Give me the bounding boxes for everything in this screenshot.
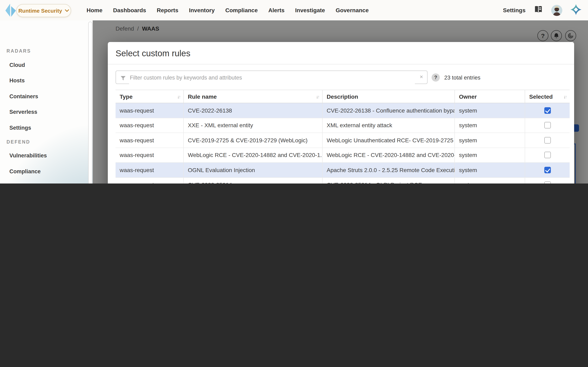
filter-funnel-icon — [121, 75, 126, 82]
sidebar-item: RADARS — [4, 45, 89, 57]
rule-selected-cell — [525, 118, 570, 133]
rule-owner-cell: system — [455, 118, 525, 133]
rule-owner-cell: system — [455, 103, 525, 118]
custom-rule-row[interactable]: waas-request CVE-2022-35914 CVE-2022-359… — [116, 178, 570, 184]
rule-owner-cell: system — [455, 178, 525, 184]
nav-item-settings[interactable]: Settings — [503, 7, 526, 13]
rule-name-cell: WebLogic RCE - CVE-2020-14882 and CVE-20… — [184, 148, 323, 162]
custom-rule-row[interactable]: waas-request WebLogic RCE - CVE-2020-148… — [116, 148, 570, 163]
nav-item[interactable]: Inventory — [189, 7, 215, 13]
rule-name-cell: OGNL Evaluation Injection — [184, 163, 323, 177]
rule-selected-checkbox[interactable] — [544, 182, 551, 184]
page-content: Defend / WAAS ? Selected App ID — [93, 20, 588, 184]
nav-item[interactable]: Dashboards — [113, 7, 146, 13]
rule-description-cell: CVE-2022-26138 - Confluence authenticati… — [323, 103, 455, 118]
rule-description-cell: WebLogic RCE - CVE-2020-14882 and CVE-20… — [323, 148, 455, 162]
nav-item[interactable]: Alerts — [268, 7, 285, 13]
custom-rule-row[interactable]: waas-request OGNL Evaluation Injection A… — [116, 163, 570, 178]
custom-rule-row[interactable]: waas-request CVE-2019-2725 & CVE-2019-27… — [116, 133, 570, 148]
rule-type-cell: waas-request — [116, 163, 184, 177]
rule-description-cell: WebLogic Unauthenticated RCE- CVE-2019-2… — [323, 133, 455, 147]
col-header-description: Description — [323, 90, 455, 103]
app-window: Runtime Security HomeDashboardsReportsIn… — [0, 0, 588, 184]
screen: Runtime Security HomeDashboardsReportsIn… — [0, 0, 588, 184]
prisma-brand-icon[interactable] — [5, 4, 16, 18]
select-custom-rules-dialog: Select custom rules × ? 23 total entries… — [108, 42, 574, 184]
filter-input[interactable] — [129, 71, 415, 84]
rule-type-cell: waas-request — [116, 118, 184, 133]
sidebar-item[interactable]: Cloud — [4, 57, 89, 73]
sidebar-item[interactable]: Serverless — [4, 104, 89, 120]
top-nav: Runtime Security HomeDashboardsReportsIn… — [0, 0, 588, 20]
user-avatar[interactable] — [551, 5, 562, 16]
rule-type-cell: waas-request — [116, 103, 184, 118]
nav-item[interactable]: Compliance — [225, 7, 258, 13]
dialog-title: Select custom rules — [116, 49, 190, 58]
sidebar-item[interactable]: Settings — [4, 120, 89, 136]
clear-filter-icon[interactable]: × — [420, 73, 423, 80]
col-header-owner: Owner — [455, 90, 525, 103]
custom-rule-row[interactable]: waas-request CVE-2022-26138 CVE-2022-261… — [116, 103, 570, 118]
chevron-down-icon — [65, 9, 69, 12]
rule-description-cell: XML external entity attack — [323, 118, 455, 133]
rule-selected-cell — [525, 163, 570, 177]
rule-name-cell: CVE-2022-26138 — [184, 103, 323, 118]
main-menu: HomeDashboardsReportsInventoryCompliance… — [86, 0, 369, 20]
nav-item[interactable]: Investigate — [295, 7, 325, 13]
rule-type-cell: waas-request — [116, 178, 184, 184]
rule-selected-cell — [525, 178, 570, 184]
documentation-book-icon[interactable] — [534, 6, 543, 15]
nav-right-group: Settings — [503, 0, 581, 20]
col-header-selected: Selected ↓↑ — [525, 90, 570, 103]
rule-description-cell: CVE-2022-35914 - GLPI Project RCE — [323, 178, 455, 184]
filter-field: × — [116, 71, 428, 84]
nav-item[interactable]: Home — [86, 7, 103, 13]
rule-type-cell: waas-request — [116, 133, 184, 147]
sidebar-item[interactable]: Compliance — [4, 164, 89, 179]
rule-selected-cell — [525, 103, 570, 118]
product-switcher[interactable]: Runtime Security — [16, 4, 71, 17]
rule-selected-cell — [525, 133, 570, 147]
rule-selected-checkbox[interactable] — [544, 152, 551, 158]
rule-selected-checkbox[interactable] — [544, 107, 551, 114]
sidebar-scrollbar-thumb[interactable] — [88, 22, 92, 184]
rule-owner-cell: system — [455, 163, 525, 177]
sort-icon[interactable]: ↓↑ — [177, 94, 180, 99]
product-switcher-label: Runtime Security — [18, 8, 62, 14]
total-entries-count: 23 total entries — [444, 75, 480, 81]
custom-rules-table-header: Type ↓↑ Rule name ↓↑ Description Owner S — [116, 90, 570, 103]
rule-selected-cell — [525, 148, 570, 162]
rule-selected-checkbox[interactable] — [544, 137, 551, 143]
rule-owner-cell: system — [455, 133, 525, 147]
rule-selected-checkbox[interactable] — [544, 167, 551, 173]
sidebar-item[interactable]: Vulnerabilities — [4, 148, 89, 164]
custom-rules-table: Type ↓↑ Rule name ↓↑ Description Owner S — [116, 90, 570, 184]
sidebar-item: DEFEND — [4, 136, 89, 148]
rule-name-cell: CVE-2022-35914 — [184, 178, 323, 184]
sort-icon[interactable]: ↓↑ — [563, 94, 566, 99]
sort-icon[interactable]: ↓↑ — [316, 94, 319, 99]
sidebar-item[interactable]: Hosts — [4, 73, 89, 89]
col-header-rule-name: Rule name ↓↑ — [184, 90, 323, 103]
sidebar: RADARS Cloud Hosts Containers Serverless… — [0, 20, 93, 184]
rule-owner-cell: system — [455, 148, 525, 162]
entries-help-icon[interactable]: ? — [432, 73, 440, 82]
sidebar-item[interactable]: Containers — [4, 89, 89, 104]
prisma-cloud-icon[interactable] — [571, 4, 581, 17]
rule-selected-checkbox[interactable] — [544, 122, 551, 129]
rule-name-cell: XXE - XML external entity — [184, 118, 323, 133]
sidebar-item[interactable]: Runtime — [4, 179, 89, 184]
col-header-type: Type ↓↑ — [116, 90, 184, 103]
sidebar-menu: RADARS Cloud Hosts Containers Serverless… — [0, 20, 93, 184]
rule-description-cell: Apache Struts 2.0.0 - 2.5.25 Remote Code… — [323, 163, 455, 177]
rule-name-cell: CVE-2019-2725 & CVE-2019-2729 (WebLogic) — [184, 133, 323, 147]
rule-type-cell: waas-request — [116, 148, 184, 162]
nav-item[interactable]: Reports — [157, 7, 178, 13]
nav-item[interactable]: Governance — [336, 7, 369, 13]
custom-rule-row[interactable]: waas-request XXE - XML external entity X… — [116, 118, 570, 133]
